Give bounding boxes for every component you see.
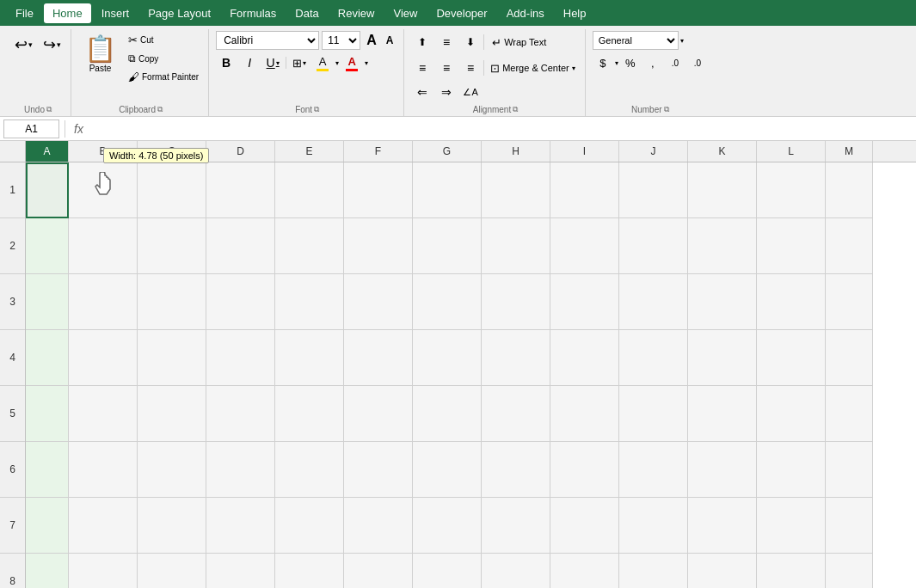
cell-J7[interactable] [619,498,688,554]
cell-J6[interactable] [619,442,688,498]
cell-I6[interactable] [550,442,619,498]
cell-M7[interactable] [826,498,873,554]
cell-F5[interactable] [344,386,413,442]
menu-item-help[interactable]: Help [555,3,595,23]
cell-C8[interactable] [138,554,206,588]
cell-J4[interactable] [619,330,688,386]
currency-chevron[interactable]: ▾ [615,59,618,67]
decrease-font-size-button[interactable]: A [381,31,398,50]
cell-M5[interactable] [826,386,873,442]
cell-L6[interactable] [757,442,826,498]
middle-align-button[interactable]: ≡ [435,33,458,52]
number-expand-icon[interactable]: ⧉ [664,105,669,114]
merge-center-button[interactable]: ⊡ Merge & Center ▾ [486,59,580,77]
cell-reference-box[interactable]: A1 [3,119,59,138]
menu-item-review[interactable]: Review [329,3,384,23]
cell-K8[interactable] [688,554,757,588]
cell-J1[interactable] [619,162,688,218]
cell-D3[interactable] [206,274,275,330]
cell-G1[interactable] [413,162,482,218]
comma-button[interactable]: , [642,53,663,72]
cell-E1[interactable] [275,162,344,218]
cell-A3[interactable] [26,274,69,330]
column-header-M[interactable]: M [826,141,873,162]
column-header-E[interactable]: E [275,141,344,162]
cell-M3[interactable] [826,274,873,330]
cell-B8[interactable] [69,554,138,588]
cell-K5[interactable] [688,386,757,442]
cell-E5[interactable] [275,386,344,442]
cell-J3[interactable] [619,274,688,330]
center-align-button[interactable]: ≡ [435,58,458,77]
cell-G3[interactable] [413,274,482,330]
column-header-H[interactable]: H [482,141,550,162]
cell-K2[interactable] [688,218,757,274]
number-format-select[interactable]: General [593,31,679,50]
cell-L3[interactable] [757,274,826,330]
cell-H4[interactable] [482,330,550,386]
cell-H3[interactable] [482,274,550,330]
cell-C7[interactable] [138,498,206,554]
cell-L7[interactable] [757,498,826,554]
italic-button[interactable]: I [239,53,260,72]
column-header-F[interactable]: F [344,141,413,162]
left-align-button[interactable]: ≡ [411,58,433,77]
cell-A6[interactable] [26,442,69,498]
clipboard-expand-icon[interactable]: ⧉ [157,105,163,114]
cell-K7[interactable] [688,498,757,554]
insert-function-button[interactable]: fx [71,122,87,136]
cell-E2[interactable] [275,218,344,274]
orientation-button[interactable]: ∠A [459,83,482,101]
paste-button[interactable]: 📋 Paste [78,31,122,76]
menu-item-add-ins[interactable]: Add-ins [498,3,553,23]
cell-H6[interactable] [482,442,550,498]
cell-B6[interactable] [69,442,138,498]
menu-item-formulas[interactable]: Formulas [221,3,285,23]
alignment-expand-icon[interactable]: ⧉ [513,105,518,114]
cell-B2[interactable] [69,218,138,274]
formula-input[interactable] [90,119,913,138]
underline-button[interactable]: U ▾ [262,53,283,72]
highlight-chevron[interactable]: ▾ [335,59,339,67]
cell-A1[interactable] [26,162,69,218]
bottom-align-button[interactable]: ⬇ [459,33,482,52]
wrap-text-button[interactable]: ↵ Wrap Text [486,34,552,52]
cell-B4[interactable] [69,330,138,386]
cell-H7[interactable] [482,498,550,554]
cell-F1[interactable] [344,162,413,218]
format-painter-button[interactable]: 🖌 Format Painter [124,68,203,86]
number-format-chevron[interactable]: ▾ [680,37,684,45]
right-align-button[interactable]: ≡ [459,58,482,77]
cell-B5[interactable] [69,386,138,442]
cell-C1[interactable] [138,162,206,218]
cell-K3[interactable] [688,274,757,330]
cell-B7[interactable] [69,498,138,554]
cell-L2[interactable] [757,218,826,274]
cell-B3[interactable] [69,274,138,330]
cell-B1[interactable] [69,162,138,218]
cell-I1[interactable] [550,162,619,218]
cell-F2[interactable] [344,218,413,274]
cell-L4[interactable] [757,330,826,386]
cell-F6[interactable] [344,442,413,498]
decrease-indent-button[interactable]: ⇐ [411,83,433,101]
undo-expand-icon[interactable]: ⧉ [46,105,52,114]
cell-I5[interactable] [550,386,619,442]
cell-K6[interactable] [688,442,757,498]
menu-item-page layout[interactable]: Page Layout [139,3,219,23]
row-header-2[interactable]: 2 [0,218,25,274]
cell-J5[interactable] [619,386,688,442]
cell-J8[interactable] [619,554,688,588]
cell-M8[interactable] [826,554,873,588]
column-header-I[interactable]: I [550,141,619,162]
row-header-1[interactable]: 1 [0,162,25,218]
cell-G4[interactable] [413,330,482,386]
copy-button[interactable]: ⧉ Copy [124,50,203,67]
cell-G2[interactable] [413,218,482,274]
font-color-chevron[interactable]: ▾ [365,59,368,67]
cell-D7[interactable] [206,498,275,554]
undo-button[interactable]: ↩ ▾ [10,31,37,58]
cell-M6[interactable] [826,442,873,498]
cell-D2[interactable] [206,218,275,274]
row-header-8[interactable]: 8 [0,554,25,588]
